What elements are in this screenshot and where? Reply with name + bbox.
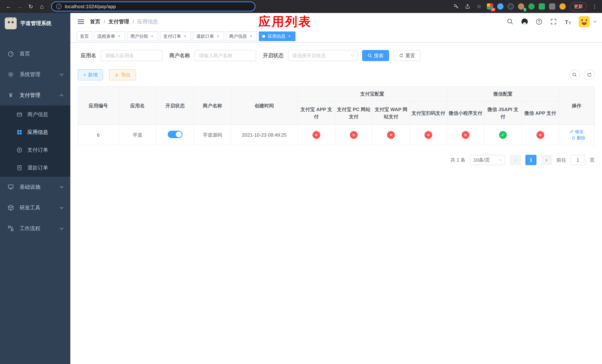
status-indicator: × [312, 131, 320, 139]
status-select[interactable]: 请选择开启状态 [288, 50, 358, 61]
tab-process-form[interactable]: 流程表单 [94, 32, 125, 41]
browser-menu-icon[interactable] [591, 3, 598, 10]
export-button[interactable]: 导出 [109, 69, 136, 80]
home-button[interactable] [37, 2, 47, 11]
sidebar-item-pay-orders[interactable]: 支付订单 [0, 141, 70, 159]
tab-refund-orders[interactable]: 退款订单 [193, 32, 224, 41]
close-icon[interactable] [117, 34, 122, 39]
github-icon[interactable] [521, 18, 528, 25]
reset-button-label: 重置 [405, 52, 415, 59]
toggle-search-button[interactable] [570, 70, 580, 80]
sidebar-collapse-icon[interactable] [78, 21, 84, 22]
share-icon[interactable] [464, 3, 471, 10]
status-toggle[interactable] [168, 131, 183, 138]
page-annotation-title: 应用列表 [258, 13, 312, 30]
extension-blue-icon[interactable] [497, 3, 504, 10]
sidebar-item-infrastructure[interactable]: 基础设施 [0, 177, 70, 197]
extension-face-icon[interactable] [559, 3, 566, 10]
next-page-button[interactable] [541, 155, 552, 165]
extension-avatar-icon[interactable]: 1 [518, 3, 524, 10]
add-button[interactable]: + 新增 [78, 69, 103, 80]
close-icon[interactable] [287, 34, 292, 39]
status-indicator: × [387, 131, 395, 139]
tab-app-info[interactable]: 应用信息 [259, 32, 295, 41]
bookmark-star-icon[interactable] [475, 3, 483, 10]
extension-grid-icon[interactable]: 10 [487, 3, 493, 10]
dashboard-icon [7, 50, 14, 57]
page-number-1[interactable]: 1 [525, 155, 537, 165]
close-icon[interactable] [183, 34, 188, 39]
pagination: 共 1 条 10条/页 1 前往 页 [78, 155, 595, 165]
prev-page-button[interactable] [510, 155, 521, 165]
page-size-select[interactable]: 10条/页 [470, 155, 505, 165]
browser-toolbar: i localhost:1024/pay/app 10 1 更新 [0, 0, 602, 13]
breadcrumb-home[interactable]: 首页 [90, 18, 100, 25]
forward-button[interactable] [15, 2, 24, 11]
monitor-icon [7, 184, 14, 190]
app-logo[interactable]: 芋道管理系统 [0, 13, 70, 34]
chevron-down-icon [60, 205, 64, 209]
chrome-update-button[interactable]: 更新 [570, 2, 587, 11]
sidebar-item-home[interactable]: 首页 [0, 43, 70, 64]
pagination-total: 共 1 条 [450, 157, 465, 163]
chevron-down-icon [351, 54, 354, 57]
extension-dark-icon[interactable] [508, 3, 514, 10]
edit-link[interactable]: 修改 [570, 129, 584, 135]
close-icon[interactable] [150, 34, 155, 39]
reset-button[interactable]: 重置 [394, 50, 420, 61]
extension-green-circle-icon[interactable] [528, 3, 535, 10]
tab-label: 应用信息 [268, 33, 285, 39]
sidebar-item-label: 支付订单 [27, 146, 48, 153]
extension-chat-icon[interactable] [539, 3, 545, 10]
search-icon[interactable] [506, 18, 514, 25]
address-bar[interactable]: i localhost:1024/pay/app [51, 1, 256, 11]
password-key-icon[interactable] [452, 3, 460, 10]
status-indicator: × [462, 131, 469, 139]
avatar-caret-icon[interactable] [593, 20, 597, 23]
status-indicator: × [424, 131, 432, 139]
yen-icon [7, 92, 14, 98]
sidebar-item-refund-orders[interactable]: 退款订单 [0, 159, 70, 177]
refresh-button[interactable] [584, 70, 595, 80]
delete-link-label: 删除 [577, 135, 586, 141]
delete-link[interactable]: 删除 [571, 135, 586, 141]
col-actions: 操作 [559, 86, 594, 125]
close-icon[interactable] [248, 34, 254, 39]
cell-created: 2021-10-23 08:49:25 [231, 125, 298, 145]
sidebar-item-payment[interactable]: 支付管理 [0, 85, 70, 106]
payment-submenu: 商户信息 应用信息 支付订单 [0, 106, 70, 177]
sidebar-item-label: 首页 [20, 50, 30, 57]
font-size-icon[interactable]: TT [564, 18, 572, 25]
sidebar-item-merchant-info[interactable]: 商户信息 [0, 106, 70, 123]
reload-button[interactable] [26, 2, 35, 11]
sidebar-item-app-info[interactable]: 应用信息 [0, 123, 70, 141]
back-button[interactable] [4, 2, 13, 11]
site-info-icon[interactable]: i [56, 4, 62, 9]
tab-home[interactable]: 首页 [77, 32, 92, 41]
tab-pay-orders[interactable]: 支付订单 [160, 32, 191, 41]
extensions-puzzle-icon[interactable] [549, 3, 555, 10]
help-icon[interactable]: ? [535, 18, 543, 25]
tab-merchant-info[interactable]: 商户信息 [226, 32, 257, 41]
sidebar-item-dev-tools[interactable]: 研发工具 [0, 197, 70, 218]
sidebar-item-label: 退款订单 [27, 164, 48, 171]
card-icon [16, 111, 22, 118]
logo-avatar [5, 17, 17, 29]
col-alipay-pc: 支付宝 PC 网站支付 [335, 101, 372, 125]
close-icon[interactable] [215, 34, 221, 39]
search-button[interactable]: 搜索 [362, 50, 389, 61]
sidebar-item-workflow[interactable]: 工作流程 [0, 218, 70, 239]
app-name-input[interactable] [101, 50, 162, 61]
cell-merchant: 芋道源码 [194, 125, 231, 145]
goto-page-input[interactable] [570, 155, 585, 165]
browser-right-cluster: 10 1 更新 [452, 2, 598, 11]
sidebar-item-system[interactable]: 系统管理 [0, 64, 70, 85]
breadcrumb: 首页 / 支付管理 / 应用信息 [90, 18, 158, 25]
breadcrumb-payment[interactable]: 支付管理 [108, 18, 129, 25]
user-avatar[interactable] [579, 16, 590, 27]
tab-user-group[interactable]: 用户分组 [127, 32, 158, 41]
add-button-label: 新增 [88, 72, 97, 78]
breadcrumb-separator: / [133, 19, 134, 25]
merchant-name-input[interactable] [194, 50, 256, 61]
fullscreen-icon[interactable] [550, 18, 557, 25]
